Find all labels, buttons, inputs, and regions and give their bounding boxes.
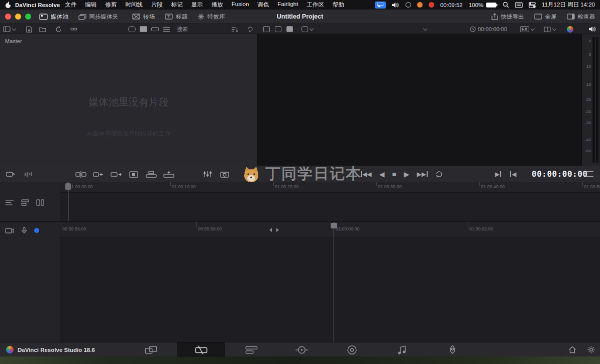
viewer-options-dropdown[interactable] — [302, 24, 313, 34]
page-tab-color[interactable] — [342, 342, 362, 357]
smart-insert-button[interactable] — [75, 170, 86, 178]
window-minimize-button[interactable] — [15, 14, 21, 20]
loop-button[interactable] — [435, 171, 443, 178]
menu-item[interactable]: 播放 — [212, 1, 223, 9]
timeline-options-menu-icon[interactable] — [586, 171, 593, 177]
jump-to-out-button[interactable]: ▶ — [495, 171, 501, 177]
menu-item[interactable]: 帮助 — [333, 1, 344, 9]
refresh-button[interactable] — [247, 24, 253, 34]
bin-name[interactable]: Master — [5, 38, 22, 44]
window-close-button[interactable] — [5, 14, 11, 20]
effects-library-button[interactable]: 特效库 — [197, 13, 225, 21]
page-tab-fairlight[interactable] — [392, 342, 412, 357]
active-app-name[interactable]: DaVinci Resolve — [15, 2, 60, 8]
sync-clips-button[interactable] — [55, 24, 62, 34]
input-source-icon[interactable] — [515, 2, 523, 8]
next-clip-button[interactable]: ▶▶ — [417, 171, 428, 177]
media-pool-toggle-button[interactable]: 媒体池 — [39, 13, 68, 21]
filmstrip-view-button[interactable] — [151, 24, 159, 34]
append-button[interactable] — [93, 170, 104, 178]
source-overwrite-button[interactable] — [163, 170, 174, 178]
sort-button[interactable] — [232, 24, 238, 34]
list-view-button[interactable] — [163, 24, 170, 34]
screen-mirroring-icon[interactable] — [375, 2, 386, 9]
color-management-icon[interactable] — [567, 24, 573, 34]
viewer-panel[interactable] — [257, 34, 581, 166]
play-button[interactable]: ▶ — [404, 171, 410, 178]
step-back-button[interactable]: ◀ — [379, 171, 384, 178]
lower-playhead-handle[interactable] — [331, 223, 337, 228]
viewer-mode-dual-button[interactable] — [286, 24, 293, 34]
scroll-right-arrow-icon[interactable] — [276, 228, 279, 232]
camera-icon[interactable] — [5, 227, 14, 234]
red-recording-dot-icon[interactable] — [429, 2, 434, 8]
lower-playhead[interactable] — [334, 222, 334, 342]
menu-item[interactable]: 调色 — [257, 1, 269, 9]
viewer-mode-timeline-button[interactable] — [275, 24, 281, 34]
scroll-left-arrow-icon[interactable] — [269, 228, 272, 232]
tools-button[interactable] — [203, 171, 212, 178]
menu-item[interactable]: Fusion — [232, 1, 249, 9]
track-layout-option-c-icon[interactable] — [36, 199, 44, 206]
split-screen-dropdown[interactable] — [544, 24, 556, 34]
menubar-datetime[interactable]: 11月12日 周日 14:20 — [542, 1, 595, 9]
import-media-button[interactable] — [26, 24, 32, 34]
metadata-view-button[interactable] — [128, 24, 136, 34]
upper-playhead-handle[interactable] — [65, 183, 71, 190]
inspector-button[interactable]: 检查器 — [567, 13, 595, 21]
transport-timecode[interactable]: 00:00:00:00 — [532, 169, 587, 179]
page-tab-cut[interactable] — [177, 342, 225, 357]
menu-item[interactable]: 编辑 — [85, 1, 96, 9]
viewer-timecode-field[interactable]: 00:00:00:00 — [478, 26, 507, 32]
thumbnail-view-button[interactable] — [140, 24, 147, 34]
page-tab-edit[interactable] — [241, 342, 261, 357]
apple-menu-icon[interactable] — [5, 2, 11, 9]
menu-item[interactable]: Fairlight — [277, 1, 298, 9]
menu-item[interactable]: 片段 — [151, 1, 163, 9]
menu-item[interactable]: 标记 — [171, 1, 183, 9]
menu-item[interactable]: 时间线 — [125, 1, 143, 9]
sync-bin-button[interactable]: 同步媒体夹 — [78, 13, 119, 21]
upper-timeline-ruler[interactable]: 01:00:00:0001:00:10:0001:00:20:0001:00:3… — [60, 182, 600, 193]
project-manager-home-icon[interactable] — [568, 346, 576, 353]
stop-status-icon[interactable] — [406, 2, 411, 8]
orange-recording-dot-icon[interactable] — [417, 2, 423, 8]
viewer-mode-source-button[interactable] — [263, 24, 270, 34]
close-up-button[interactable] — [128, 170, 139, 178]
page-tab-fusion[interactable] — [291, 342, 312, 357]
lower-timeline-ruler[interactable]: 00:59:56:0000:59:58:0001:00:00:0001:00:0… — [60, 222, 600, 237]
audio-clip-icon[interactable] — [24, 171, 33, 178]
page-tab-media[interactable] — [141, 342, 161, 357]
menu-item[interactable]: 文件 — [65, 1, 76, 9]
previous-clip-button[interactable]: ◀◀ — [361, 171, 371, 177]
fullscreen-button[interactable]: 全屏 — [534, 13, 557, 21]
stop-button[interactable]: ■ — [392, 171, 396, 178]
media-storage-dropdown[interactable] — [3, 24, 16, 34]
track-layout-option-a-icon[interactable] — [5, 199, 14, 206]
timeline-selector-dropdown[interactable] — [424, 24, 427, 34]
camera-still-button[interactable] — [220, 171, 229, 178]
menu-item[interactable]: 修剪 — [105, 1, 117, 9]
page-tab-deliver[interactable] — [442, 342, 462, 357]
spotlight-search-icon[interactable] — [503, 2, 509, 8]
control-center-icon[interactable] — [529, 2, 536, 8]
jump-to-in-button[interactable]: ◀ — [510, 171, 516, 177]
microphone-icon[interactable] — [21, 227, 27, 234]
fx-dropdown[interactable]: FX — [520, 24, 534, 34]
place-on-top-button[interactable] — [146, 170, 157, 178]
quick-export-button[interactable]: 快捷导出 — [491, 13, 524, 21]
search-button[interactable]: 搜索 — [177, 24, 188, 34]
volume-icon[interactable] — [392, 2, 399, 8]
menu-item[interactable]: 显示 — [191, 1, 203, 9]
ripple-overwrite-button[interactable] — [111, 170, 122, 178]
project-settings-gear-icon[interactable] — [587, 346, 595, 353]
relink-media-button[interactable] — [70, 24, 77, 34]
audio-meter-speaker-icon[interactable] — [589, 24, 596, 34]
titles-button[interactable]: 标题 — [165, 13, 187, 21]
sync-indicator-dot[interactable] — [34, 228, 39, 233]
transitions-button[interactable]: 转场 — [132, 13, 155, 21]
track-layout-option-b-icon[interactable] — [21, 199, 29, 206]
new-bin-button[interactable] — [39, 24, 46, 34]
menu-item[interactable]: 工作区 — [307, 1, 324, 9]
window-zoom-button[interactable] — [25, 14, 31, 20]
